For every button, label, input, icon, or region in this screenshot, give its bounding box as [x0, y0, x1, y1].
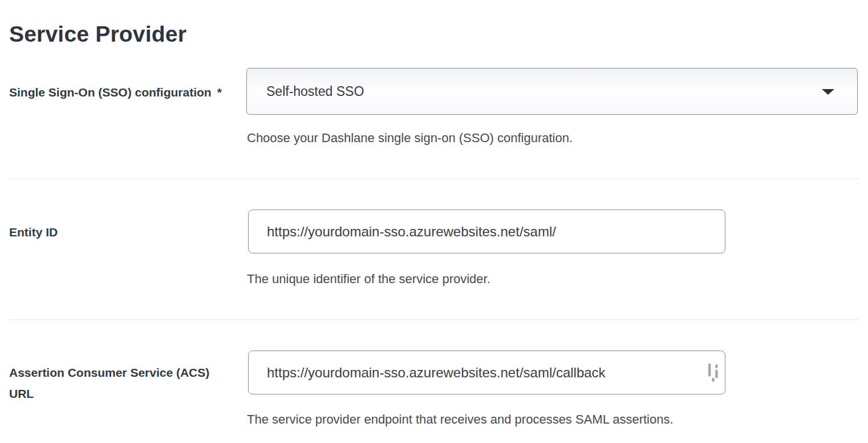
acs-url-label: Assertion Consumer Service (ACS) URL [9, 362, 232, 404]
section-divider [9, 178, 859, 179]
acs-url-input-wrap [248, 351, 725, 394]
acs-url-helper-text: The service provider endpoint that recei… [247, 412, 674, 428]
sso-configuration-helper-text: Choose your Dashlane single sign-on (SSO… [247, 130, 573, 146]
page-title: Service Provider [9, 21, 186, 48]
sso-configuration-select[interactable]: Self-hosted SSO [246, 68, 858, 115]
sso-configuration-label: Single Sign-On (SSO) configuration* [9, 82, 232, 103]
sso-configuration-label-text: Single Sign-On (SSO) configuration [9, 86, 212, 99]
section-divider [9, 319, 859, 320]
acs-url-input[interactable] [248, 351, 725, 394]
dashlane-autofill-icon[interactable] [708, 363, 718, 382]
sso-configuration-selected-value: Self-hosted SSO [247, 84, 364, 99]
chevron-down-icon [822, 89, 834, 95]
service-provider-settings-page: Service Provider Single Sign-On (SSO) co… [0, 0, 868, 443]
entity-id-label: Entity ID [9, 222, 232, 243]
entity-id-input[interactable] [248, 210, 725, 253]
required-asterisk: * [217, 86, 222, 99]
entity-id-helper-text: The unique identifier of the service pro… [247, 271, 490, 287]
